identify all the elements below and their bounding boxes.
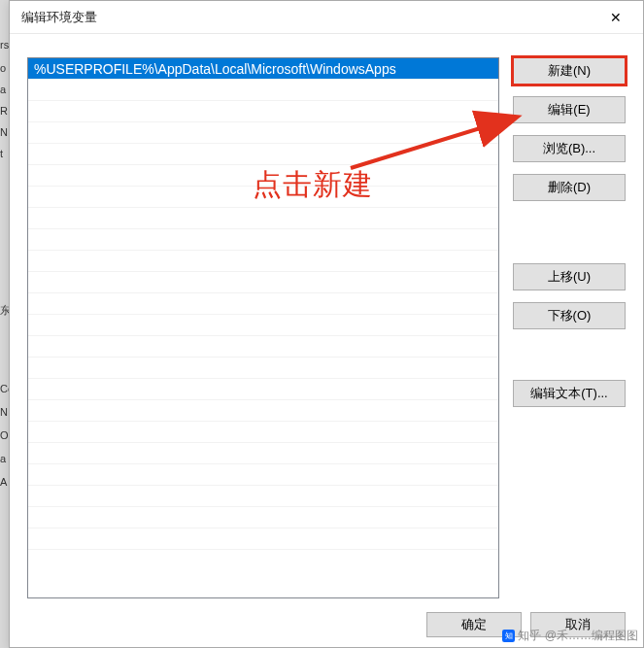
- delete-button[interactable]: 删除(D): [513, 174, 626, 201]
- move-up-button[interactable]: 上移(U): [513, 263, 626, 290]
- list-item-empty[interactable]: [28, 507, 498, 529]
- list-item-empty[interactable]: [28, 251, 498, 272]
- list-item-empty[interactable]: [28, 400, 498, 422]
- list-item-empty[interactable]: [28, 336, 498, 358]
- edit-text-button[interactable]: 编辑文本(T)...: [513, 380, 626, 407]
- close-icon: ✕: [610, 10, 622, 25]
- bg-fragment: a: [0, 453, 6, 464]
- bg-fragment: o: [0, 62, 6, 74]
- list-item[interactable]: %USERPROFILE%\AppData\Local\Microsoft\Wi…: [28, 58, 498, 80]
- list-item-empty[interactable]: [28, 486, 498, 507]
- bg-fragment: rs: [0, 39, 9, 51]
- list-item-empty[interactable]: [28, 101, 498, 122]
- dialog-bottom-buttons: 确定 取消: [426, 602, 626, 647]
- list-item-empty[interactable]: [28, 529, 498, 550]
- dialog-content: %USERPROFILE%\AppData\Local\Microsoft\Wi…: [10, 34, 643, 647]
- dialog-title: 编辑环境变量: [21, 9, 97, 26]
- list-item-empty[interactable]: [28, 293, 498, 315]
- bg-fragment: N: [0, 126, 8, 138]
- list-item-empty[interactable]: [28, 208, 498, 229]
- list-item-empty[interactable]: [28, 464, 498, 486]
- list-item-empty[interactable]: [28, 229, 498, 251]
- edit-env-var-dialog: 编辑环境变量 ✕ %USERPROFILE%\AppData\Local\Mic…: [9, 0, 644, 648]
- list-item-empty[interactable]: [28, 443, 498, 464]
- bg-fragment: t: [0, 148, 3, 159]
- move-down-button[interactable]: 下移(O): [513, 302, 626, 329]
- list-item-empty[interactable]: [28, 422, 498, 443]
- list-item-empty[interactable]: [28, 187, 498, 208]
- list-item-empty[interactable]: [28, 144, 498, 165]
- list-item-empty[interactable]: [28, 358, 498, 379]
- path-listbox[interactable]: %USERPROFILE%\AppData\Local\Microsoft\Wi…: [27, 57, 499, 598]
- button-column: 新建(N) 编辑(E) 浏览(B)... 删除(D) 上移(U) 下移(O) 编…: [513, 57, 626, 598]
- list-item-empty[interactable]: [28, 315, 498, 336]
- edit-button[interactable]: 编辑(E): [513, 96, 626, 123]
- bg-fragment: O: [0, 429, 9, 441]
- list-item-empty[interactable]: [28, 165, 498, 187]
- close-button[interactable]: ✕: [596, 4, 635, 31]
- bg-fragment: N: [0, 406, 8, 418]
- cancel-button[interactable]: 取消: [530, 612, 626, 637]
- list-item-empty[interactable]: [28, 379, 498, 400]
- bg-fragment: R: [0, 105, 8, 117]
- browse-button[interactable]: 浏览(B)...: [513, 135, 626, 162]
- bg-fragment: A: [0, 476, 7, 488]
- list-item-empty[interactable]: [28, 122, 498, 144]
- bg-fragment: a: [0, 84, 6, 95]
- ok-button[interactable]: 确定: [426, 612, 522, 637]
- list-item-empty[interactable]: [28, 272, 498, 293]
- titlebar: 编辑环境变量 ✕: [10, 1, 643, 34]
- new-button[interactable]: 新建(N): [513, 57, 626, 85]
- list-item-empty[interactable]: [28, 80, 498, 101]
